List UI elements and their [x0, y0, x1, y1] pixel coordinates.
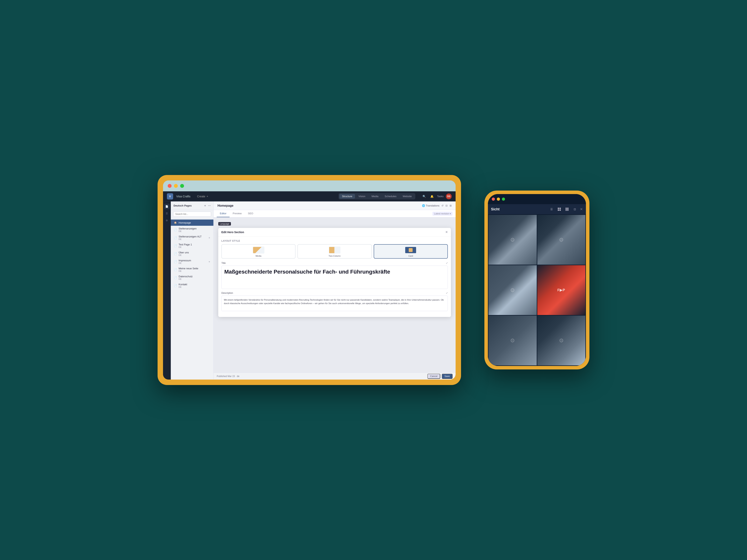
title-field[interactable]: Maßgeschneiderte Personalsuche für Fach-…	[222, 266, 448, 289]
page-locale: DE	[179, 270, 198, 272]
grid-item-4[interactable]: F▶P	[537, 265, 586, 315]
published-status: Published Mar 15 de	[217, 375, 239, 378]
layout-preview-media	[253, 246, 264, 254]
phone-close-button[interactable]: ✕	[580, 207, 583, 211]
nav-tab-vision[interactable]: Vision	[356, 194, 368, 199]
more-options-icon[interactable]: ⋯	[208, 204, 211, 207]
phone-screen: Sicht ☰	[488, 194, 586, 366]
layout-option-two-column[interactable]: Two-Column	[298, 244, 371, 259]
page-item-testpage1[interactable]: 📄 Test Page 1 DE	[171, 242, 213, 250]
page-item-stellenanzeigen[interactable]: 📄 Stellenanzeigen DE	[171, 226, 213, 234]
phone-dot-yellow[interactable]	[497, 197, 500, 201]
grid-item-3[interactable]: ⚙	[488, 265, 537, 315]
phone-app-bar: Sicht ☰	[488, 204, 586, 214]
dot-red[interactable]	[168, 184, 172, 188]
list-view-icon[interactable]: ☰	[549, 207, 554, 212]
hero-section-modal: Edit Hero Section ✕ Layout Style	[218, 228, 451, 317]
page-icon: 📄	[174, 268, 177, 271]
layout-option-card[interactable]: Card	[374, 244, 448, 259]
nav-tabs: Structure Vision Media Schedules Website	[338, 193, 415, 199]
pages-header-actions: ＋ ⋯	[204, 204, 211, 208]
grid-small-icon[interactable]	[557, 207, 562, 212]
laptop-titlebar	[163, 181, 456, 191]
pages-list: 🏠 Homepage 📄 Stellenanzeigen DE	[171, 218, 213, 379]
add-subpage-icon[interactable]: ＋	[208, 260, 211, 264]
layout-option-media[interactable]: Media	[222, 244, 295, 259]
user-avatar[interactable]: DS	[446, 193, 452, 199]
page-item-ueber-uns[interactable]: 📄 Über uns DE	[171, 250, 213, 258]
svg-rect-7	[566, 209, 566, 210]
page-item-datenschutz[interactable]: 📄 Datenschutz DE	[171, 273, 213, 282]
phone-dot-green[interactable]	[502, 197, 505, 201]
tabs-bar: Editor Preview SEO Latest revision ▾	[213, 210, 456, 217]
pages-sidebar-title: Deutsch Pages	[174, 204, 191, 207]
tab-seo[interactable]: SEO	[245, 210, 256, 217]
modal-title: Edit Hero Section	[222, 231, 244, 234]
nav-tab-website[interactable]: Website	[400, 194, 415, 199]
tasks-label[interactable]: Tasks	[437, 195, 443, 198]
page-item-homepage[interactable]: 🏠 Homepage	[171, 219, 213, 226]
field-expand-icon-desc[interactable]: ⤢	[446, 292, 448, 294]
page-icon: 📄	[174, 284, 177, 287]
page-locale: DE	[179, 230, 197, 232]
grid-item-1[interactable]: ⚙	[488, 215, 537, 265]
refresh-icon[interactable]: ↺	[441, 204, 443, 207]
tab-preview[interactable]: Preview	[230, 210, 245, 217]
pages-sidebar: Deutsch Pages ＋ ⋯ 🏠	[171, 202, 213, 379]
page-name: Datenschutz	[179, 275, 192, 278]
content-area: Homepage 🌐 Translations ↺ ⊟ ⊞	[213, 202, 456, 379]
pages-search	[171, 210, 213, 218]
app-window: V Visa Crafts Create ＋ Structure Vision …	[163, 191, 456, 379]
phone-dot-red[interactable]	[492, 197, 495, 201]
grid-item-6[interactable]: ⚙	[537, 316, 586, 365]
minimize-icon[interactable]: ⊟	[445, 204, 447, 207]
page-item-kontakt[interactable]: 📄 Kontakt DE	[171, 282, 213, 290]
page-icon: 📄	[174, 260, 177, 264]
modal-close-button[interactable]: ✕	[445, 230, 448, 234]
search-input[interactable]	[173, 212, 211, 217]
layout-icon[interactable]: ⊡	[572, 207, 577, 212]
page-locale: DE	[179, 238, 202, 240]
nav-brand: Visa Crafts	[176, 195, 190, 198]
phone-frame: Sicht ☰	[484, 191, 589, 369]
dot-yellow[interactable]	[174, 184, 178, 188]
sidebar-icon-content[interactable]: 📄	[164, 204, 170, 209]
translations-button[interactable]: 🌐 Translations	[422, 204, 439, 207]
page-icon: 📄	[174, 244, 177, 247]
add-subpage-icon[interactable]: ＋	[208, 236, 211, 240]
page-item-stellenanzeigen-alt[interactable]: 📄 Stellenanzeigen ALT DE ＋	[171, 234, 213, 242]
save-button[interactable]: Save	[442, 374, 453, 379]
editor-area: Language Edit Hero Section ✕	[213, 217, 456, 373]
search-icon[interactable]: 🔍	[421, 194, 427, 199]
svg-rect-12	[568, 210, 569, 211]
dot-green[interactable]	[180, 184, 184, 188]
tab-editor[interactable]: Editor	[217, 210, 230, 217]
desc-field[interactable]: Mit einem tiefgreifenden Verständnis für…	[222, 296, 448, 311]
fap-logo-overlay: F▶P	[557, 288, 565, 292]
field-expand-icon[interactable]: ⤢	[446, 262, 448, 264]
revision-badge[interactable]: Latest revision ▾	[433, 212, 453, 216]
sidebar-icon-settings[interactable]: ⚙	[164, 218, 170, 223]
nav-create-button[interactable]: Create ＋	[195, 194, 211, 199]
page-item-neue-seite[interactable]: 📄 Meine neue Seite DE	[171, 266, 213, 273]
cancel-button[interactable]: Cancel	[428, 374, 440, 379]
nav-tab-structure[interactable]: Structure	[339, 194, 355, 199]
page-name: Kontakt	[179, 283, 187, 286]
grid-item-5[interactable]: ⚙	[488, 316, 537, 365]
modal-header: Edit Hero Section ✕	[218, 228, 451, 236]
translations-label: Translations	[426, 204, 439, 207]
nav-logo: V	[167, 193, 173, 199]
grid-item-2[interactable]: ⚙	[537, 215, 586, 265]
sidebar-icon-nav[interactable]: ☰	[164, 211, 170, 216]
page-name: Stellenanzeigen	[179, 227, 197, 230]
nav-tab-schedules[interactable]: Schedules	[382, 194, 399, 199]
page-locale: DE	[179, 254, 189, 256]
layout-option-two-column-label: Two-Column	[329, 255, 341, 257]
add-page-icon[interactable]: ＋	[204, 204, 206, 208]
nav-tab-media[interactable]: Media	[369, 194, 381, 199]
expand-icon[interactable]: ⊞	[449, 204, 452, 207]
page-item-impressum[interactable]: 📄 Impressum DE ＋	[171, 258, 213, 266]
layout-preview-card	[405, 246, 416, 254]
grid-large-icon[interactable]	[564, 207, 570, 212]
bell-icon[interactable]: 🔔	[429, 194, 435, 199]
